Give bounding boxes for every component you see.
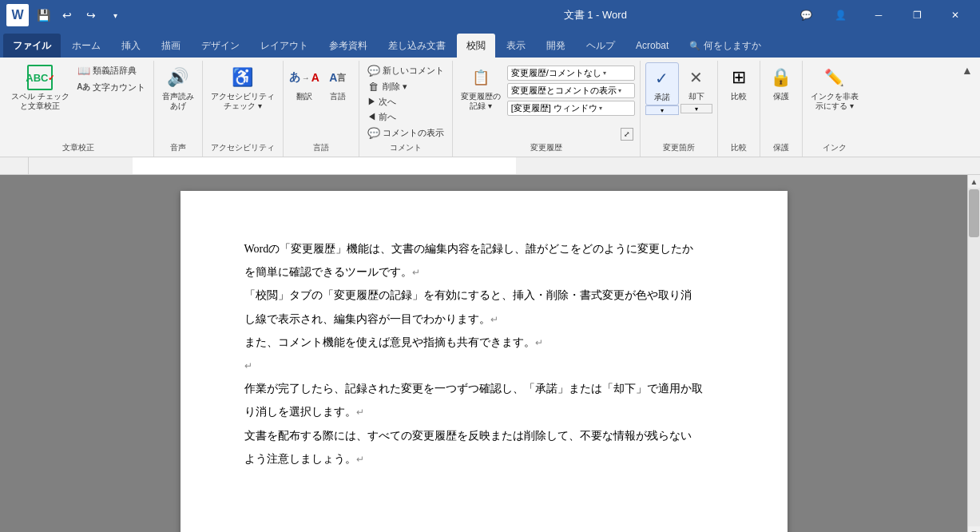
document-scroll[interactable]: Wordの「変更履歴」機能は、文書の編集内容を記録し、誰がどこをどのように変更し… <box>0 175 967 532</box>
paragraph-mark-6: ↵ <box>356 454 364 465</box>
account-button[interactable]: 👤 <box>822 0 859 30</box>
ruler-area <box>0 157 980 175</box>
changes-content: ✓ 承諾 ▾ ✕ 却下 ▾ <box>645 62 712 141</box>
horizontal-ruler <box>29 157 967 174</box>
track-changes-button[interactable]: 📋 変更履歴の記録 ▾ <box>458 62 504 113</box>
new-comment-button[interactable]: 💬 新しいコメント <box>364 62 447 78</box>
qat-customize-button[interactable]: ▾ <box>105 6 125 25</box>
voice-content: 🔊 音声読みあげ <box>159 62 197 141</box>
ribbon-collapse: ▲ <box>958 61 977 157</box>
scroll-down-button[interactable]: ▼ <box>968 526 981 532</box>
read-aloud-button[interactable]: 🔊 音声読みあげ <box>159 62 197 113</box>
track-changes-icon: 📋 <box>468 65 494 90</box>
thesaurus-icon: 📖 <box>77 64 90 77</box>
ribbon-group-comment: 💬 新しいコメント 🗑 削除 ▾ ▶ 次へ ◀ 前へ 💬 コメントの表示 コメン… <box>359 61 453 157</box>
tab-search[interactable]: 🔍 何をしますか <box>680 34 771 58</box>
wordcount-icon: Aあ <box>77 81 90 93</box>
delete-comment-button[interactable]: 🗑 削除 ▾ <box>364 78 411 94</box>
track-changes-dropdowns: 変更履歴/コメントなし ▾ 変更履歴とコメントの表示 ▾ [変更履歴] ウィンド… <box>507 62 635 116</box>
scroll-track[interactable] <box>968 188 980 526</box>
accept-dropdown-button[interactable]: ▾ <box>645 105 679 115</box>
tab-insert[interactable]: 挿入 <box>112 34 150 58</box>
hide-ink-button[interactable]: ✏️ インクを非表示にする ▾ <box>807 62 862 113</box>
reject-dropdown-button[interactable]: ▾ <box>680 104 712 113</box>
track-changes-expand-button[interactable]: ⤢ <box>621 128 633 141</box>
scroll-up-button[interactable]: ▲ <box>968 175 981 188</box>
accessibility-label: アクセシビリティチェック ▾ <box>211 92 275 111</box>
tab-draw[interactable]: 描画 <box>152 34 190 58</box>
accessibility-button[interactable]: ♿ アクセシビリティチェック ▾ <box>208 62 278 113</box>
language-label: 言語 <box>330 92 346 101</box>
show-comments-label: コメントの表示 <box>383 127 444 139</box>
next-comment-button[interactable]: ▶ 次へ <box>364 94 399 109</box>
paragraph-6: ↵ <box>244 355 724 375</box>
ruler-corner <box>0 157 29 174</box>
undo-button[interactable]: ↩ <box>58 6 77 25</box>
tab-acrobat[interactable]: Acrobat <box>626 34 678 58</box>
tab-view[interactable]: 表示 <box>497 34 535 58</box>
show-markup2-dropdown[interactable]: 変更履歴とコメントの表示 ▾ <box>507 83 635 98</box>
spellcheck-button[interactable]: ABC✓ スペル チェックと文章校正 <box>8 62 73 113</box>
wordcount-button[interactable]: Aあ 文字カウント <box>74 79 149 95</box>
show-comments-button[interactable]: 💬 コメントの表示 <box>364 125 447 141</box>
comment-content: 💬 新しいコメント 🗑 削除 ▾ ▶ 次へ ◀ 前へ 💬 コメントの表示 <box>364 62 447 141</box>
compare-button[interactable]: ⊞ 比較 <box>723 62 755 104</box>
language-button[interactable]: A言 言語 <box>322 62 354 104</box>
translate-icon: あ→A <box>292 65 317 90</box>
comment-group-label: コメント <box>364 141 447 157</box>
tab-review[interactable]: 校閲 <box>457 34 495 58</box>
redo-button[interactable]: ↪ <box>81 6 101 25</box>
tab-references[interactable]: 参考資料 <box>319 34 377 58</box>
paragraph-mark-3: ↵ <box>535 337 543 348</box>
thesaurus-label: 類義語辞典 <box>93 65 137 77</box>
spellcheck-icon: ABC✓ <box>27 65 53 90</box>
read-aloud-icon: 🔊 <box>165 65 191 90</box>
translate-button[interactable]: あ→A 翻訳 <box>288 62 320 104</box>
prev-comment-button[interactable]: ◀ 前へ <box>364 109 399 125</box>
wordcount-label: 文字カウント <box>93 81 145 93</box>
ribbon-content: ABC✓ スペル チェックと文章校正 📖 類義語辞典 Aあ 文字カウント 文章校… <box>0 58 980 157</box>
scroll-thumb[interactable] <box>969 189 979 237</box>
accessibility-icon: ♿ <box>230 65 256 90</box>
tab-home[interactable]: ホーム <box>62 34 110 58</box>
thesaurus-button[interactable]: 📖 類義語辞典 <box>74 62 149 78</box>
ribbon-collapse-button[interactable]: ▲ <box>961 64 974 77</box>
save-button[interactable]: 💾 <box>34 6 53 25</box>
tab-help[interactable]: ヘルプ <box>577 34 625 58</box>
accessibility-content: ♿ アクセシビリティチェック ▾ <box>208 62 278 141</box>
chat-button[interactable]: 💬 <box>792 0 820 30</box>
tab-design[interactable]: デザイン <box>192 34 249 58</box>
vertical-scrollbar[interactable]: ▲ ▼ <box>967 175 980 532</box>
language-icon: A言 <box>325 65 351 90</box>
accept-button[interactable]: ✓ 承諾 <box>645 62 679 105</box>
restore-button[interactable]: ❐ <box>899 0 935 30</box>
spellcheck-group-label: 文章校正 <box>8 141 149 157</box>
track-changes-pane-arrow: ▾ <box>599 105 602 112</box>
titlebar-left: W 💾 ↩ ↪ ▾ <box>6 4 399 26</box>
tab-file[interactable]: ファイル <box>3 34 61 58</box>
window-controls: 💬 👤 ─ ❐ ✕ <box>792 0 974 30</box>
track-changes-pane-dropdown[interactable]: [変更履歴] ウィンドウ ▾ <box>507 101 635 116</box>
ribbon-tab-bar: ファイル ホーム 挿入 描画 デザイン レイアウト 参考資料 差し込み文書 校閲… <box>0 30 980 58</box>
tab-developer[interactable]: 開発 <box>537 34 575 58</box>
tab-layout[interactable]: レイアウト <box>251 34 318 58</box>
minimize-button[interactable]: ─ <box>860 0 897 30</box>
language-content: あ→A 翻訳 A言 言語 <box>288 62 354 141</box>
hide-ink-icon: ✏️ <box>822 65 847 90</box>
window-title: 文書 1 - Word <box>399 8 792 22</box>
spellcheck-content: ABC✓ スペル チェックと文章校正 📖 類義語辞典 Aあ 文字カウント <box>8 62 149 141</box>
close-button[interactable]: ✕ <box>937 0 974 30</box>
svg-rect-1 <box>133 157 516 174</box>
next-icon: ▶ 次へ <box>367 96 396 108</box>
tab-mailings[interactable]: 差し込み文書 <box>379 34 455 58</box>
reject-button[interactable]: ✕ 却下 <box>680 62 712 104</box>
show-comments-icon: 💬 <box>367 126 380 139</box>
document-text: Wordの「変更履歴」機能は、文書の編集内容を記録し、誰がどこをどのように変更し… <box>244 239 724 469</box>
language-group-label: 言語 <box>288 141 354 157</box>
ribbon-group-language: あ→A 翻訳 A言 言語 言語 <box>284 61 359 157</box>
protect-button[interactable]: 🔒 保護 <box>765 62 797 104</box>
show-markup-dropdown[interactable]: 変更履歴/コメントなし ▾ <box>507 66 635 81</box>
protect-content: 🔒 保護 <box>765 62 797 141</box>
track-changes-content: 📋 変更履歴の記録 ▾ 変更履歴/コメントなし ▾ 変更履歴とコメントの表示 ▾… <box>458 62 635 128</box>
ruler-svg <box>29 157 967 174</box>
